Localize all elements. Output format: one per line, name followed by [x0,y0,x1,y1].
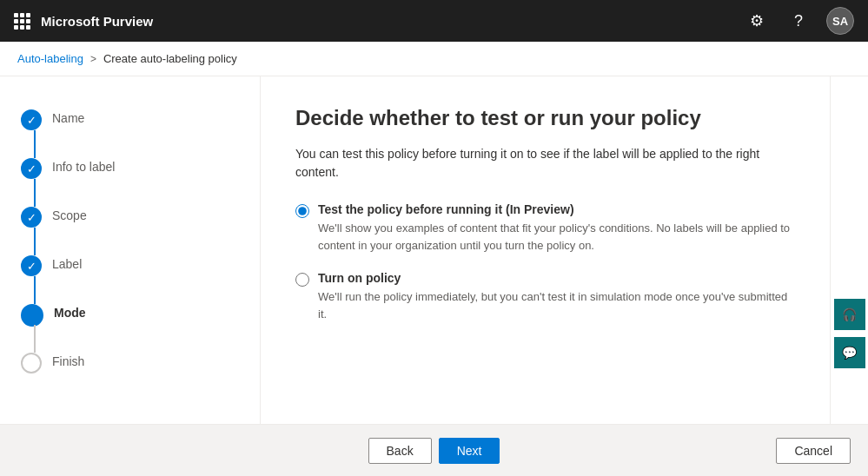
step-mode: Mode [21,299,239,340]
top-bar-actions: ⚙ ? SA [743,7,854,35]
step-item-scope: ✓ Scope [21,202,239,243]
step-label: ✓ Label [21,250,239,292]
footer: Back Next Cancel [0,424,868,476]
step-label-mode: Mode [54,299,86,340]
step-circle-finish [21,353,42,374]
step-item-mode: Mode [21,299,239,340]
breadcrumb: Auto-labeling > Create auto-labeling pol… [0,42,868,76]
radio-turnon-input[interactable] [295,273,309,287]
right-icon-chat[interactable]: 💬 [834,337,865,368]
page-wrapper: Microsoft Purview ⚙ ? SA Auto-labeling >… [0,0,868,476]
avatar[interactable]: SA [826,7,854,35]
step-circle-label: ✓ [21,255,42,276]
steps-sidebar: ✓ Name ✓ Info to label [0,76,261,424]
radio-test-input[interactable] [295,204,309,218]
radio-turnon-desc: We'll run the policy immediately, but yo… [318,288,795,322]
step-item-finish: Finish [21,347,239,389]
step-name: ✓ Name [21,104,239,146]
app-title: Microsoft Purview [41,14,732,29]
apps-grid-icon[interactable] [14,13,30,30]
radio-test-content: Test the policy before running it (In Pr… [318,202,795,254]
content-area: Decide whether to test or run your polic… [261,76,830,424]
back-button[interactable]: Back [368,438,432,464]
checkmark-scope: ✓ [27,211,36,224]
radio-option-turnon: Turn on policy We'll run the policy imme… [295,271,795,322]
step-circle-name: ✓ [21,109,42,130]
step-item-info: ✓ Info to label [21,153,239,195]
top-bar: Microsoft Purview ⚙ ? SA [0,0,868,42]
radio-turnon-title: Turn on policy [318,271,795,285]
breadcrumb-current: Create auto-labeling policy [103,52,237,65]
breadcrumb-separator: > [90,53,96,65]
radio-option-test: Test the policy before running it (In Pr… [295,202,795,254]
next-button[interactable]: Next [439,438,500,464]
step-circle-info: ✓ [21,158,42,179]
checkmark-label: ✓ [27,260,36,273]
cancel-button[interactable]: Cancel [776,438,851,464]
right-sidebar: 🎧 💬 [830,76,868,424]
step-scope: ✓ Scope [21,202,239,243]
step-circle-mode [21,304,43,327]
radio-test-title: Test the policy before running it (In Pr… [318,202,795,216]
checkmark-name: ✓ [27,114,36,127]
footer-center-actions: Back Next [17,438,851,464]
help-icon[interactable]: ? [785,7,812,35]
step-circle-scope: ✓ [21,207,42,228]
step-label-label: Label [52,250,82,292]
checkmark-info: ✓ [27,162,36,175]
breadcrumb-parent-link[interactable]: Auto-labeling [17,52,83,65]
page-heading: Decide whether to test or run your polic… [295,104,795,131]
step-item-name: ✓ Name [21,104,239,146]
step-label-name: Name [52,104,84,146]
settings-icon[interactable]: ⚙ [743,7,771,35]
step-label-info: Info to label [52,153,115,195]
right-icon-headphone[interactable]: 🎧 [834,299,865,330]
page-description: You can test this policy before turning … [295,145,795,182]
radio-test-desc: We'll show you examples of content that … [318,220,795,254]
main-panel: ✓ Name ✓ Info to label [0,76,868,424]
step-item-label: ✓ Label [21,250,239,292]
step-label-finish: Finish [52,347,84,389]
radio-turnon-content: Turn on policy We'll run the policy imme… [318,271,795,322]
step-finish: Finish [21,347,239,389]
step-info: ✓ Info to label [21,153,239,195]
step-label-scope: Scope [52,202,87,243]
